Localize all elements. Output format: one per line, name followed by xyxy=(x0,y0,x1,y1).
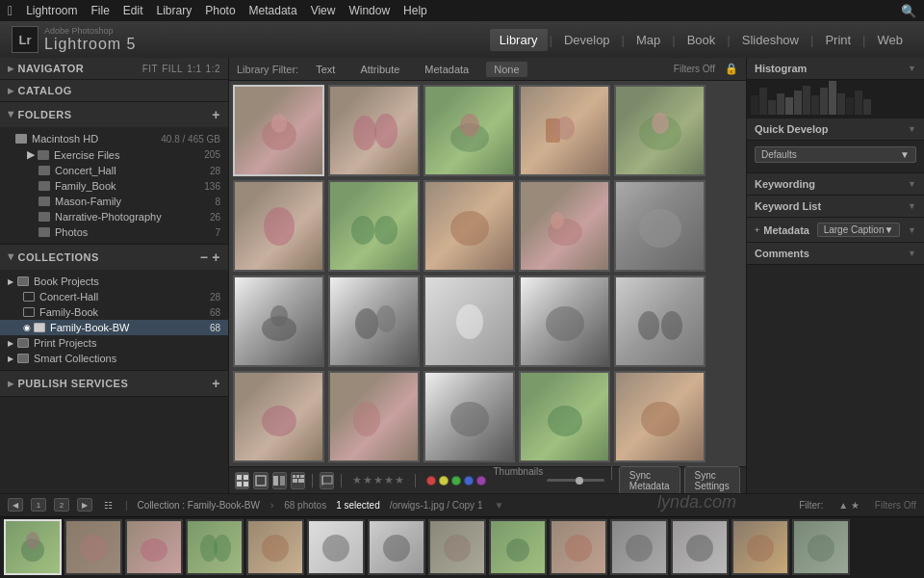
collection-book-projects-group[interactable]: ▶ Book Projects xyxy=(0,274,228,289)
filmstrip-thumb-9[interactable] xyxy=(489,519,547,575)
quick-develop-header[interactable]: Quick Develop ▼ xyxy=(747,118,924,141)
status-nav-prev[interactable]: ◀ xyxy=(8,498,23,512)
photo-thumb-15[interactable] xyxy=(614,276,706,367)
metadata-plus[interactable]: + xyxy=(755,225,759,235)
photo-thumb-2[interactable] xyxy=(328,85,420,176)
filter-lock-icon[interactable]: 🔒 xyxy=(725,63,738,75)
photo-thumb-3[interactable] xyxy=(424,85,515,176)
photo-thumb-13[interactable] xyxy=(424,276,515,367)
menu-lightroom[interactable]: Lightroom xyxy=(26,4,77,17)
fit-btn[interactable]: FIT xyxy=(142,64,159,74)
loupe-view-btn[interactable] xyxy=(253,472,268,489)
grid-view-btn[interactable] xyxy=(235,472,249,489)
menu-file[interactable]: File xyxy=(91,4,110,17)
photo-thumb-8[interactable] xyxy=(424,180,515,272)
red-label[interactable] xyxy=(426,476,436,486)
sync-settings-btn[interactable]: Sync Settings xyxy=(684,466,741,494)
menu-metadata[interactable]: Metadata xyxy=(249,4,297,17)
flags-btn[interactable] xyxy=(320,472,334,489)
filmstrip-thumb-8[interactable] xyxy=(428,519,486,575)
photo-thumb-18[interactable] xyxy=(424,371,515,462)
tab-web[interactable]: Web xyxy=(868,29,913,51)
filter-tab-attribute[interactable]: Attribute xyxy=(352,62,407,77)
comments-header[interactable]: Comments ▼ xyxy=(747,243,924,265)
green-label[interactable] xyxy=(451,476,461,486)
publish-header[interactable]: ▶ Publish Services + xyxy=(0,371,228,396)
filter-tab-metadata[interactable]: Metadata xyxy=(417,62,476,77)
navigator-header[interactable]: ▶ Navigator FIT FILL 1:1 1:2 xyxy=(0,58,228,79)
photo-thumb-17[interactable] xyxy=(328,371,420,462)
menu-help[interactable]: Help xyxy=(403,4,427,17)
photo-thumb-9[interactable] xyxy=(519,180,610,272)
photo-thumb-5[interactable] xyxy=(614,85,706,176)
tab-develop[interactable]: Develop xyxy=(554,29,620,51)
thumb-size-slider[interactable] xyxy=(547,479,604,482)
photo-thumb-1[interactable] xyxy=(233,85,324,176)
tab-library[interactable]: Library xyxy=(490,29,548,51)
collection-family-book-bw[interactable]: ◉ Family-Book-BW 68 xyxy=(0,320,228,335)
folder-narrative[interactable]: Narrative-Photography 26 xyxy=(0,209,228,224)
filter-tab-none[interactable]: None xyxy=(486,62,526,77)
folder-exercise[interactable]: ▶ Exercise Files 205 xyxy=(0,146,228,163)
photo-thumb-7[interactable] xyxy=(328,180,420,272)
1-1-btn[interactable]: 1:1 xyxy=(187,64,201,74)
metadata-preset-dropdown[interactable]: Large Caption ▼ xyxy=(817,223,901,237)
collection-family-book[interactable]: Family-Book 68 xyxy=(0,304,228,320)
fill-btn[interactable]: FILL xyxy=(162,64,183,74)
folders-add-btn[interactable]: + xyxy=(212,107,220,122)
tab-print[interactable]: Print xyxy=(815,29,860,51)
tab-book[interactable]: Book xyxy=(678,29,726,51)
photo-thumb-16[interactable] xyxy=(233,371,324,462)
menu-window[interactable]: Window xyxy=(348,4,390,17)
photo-thumb-4[interactable] xyxy=(519,85,610,176)
sync-metadata-btn[interactable]: Sync Metadata xyxy=(619,466,680,494)
filmstrip-thumb-6[interactable] xyxy=(307,519,365,575)
filmstrip-thumb-2[interactable] xyxy=(64,519,122,575)
filmstrip-thumb-1[interactable] xyxy=(4,519,62,575)
folders-header[interactable]: ▶ Folders + xyxy=(0,102,228,127)
thumb-slider-handle[interactable] xyxy=(576,477,583,485)
folder-concert[interactable]: Concert_Hall 28 xyxy=(0,163,228,178)
photo-thumb-14[interactable] xyxy=(519,276,610,367)
photo-thumb-20[interactable] xyxy=(614,371,706,462)
yellow-label[interactable] xyxy=(439,476,449,486)
status-nav-num-1[interactable]: 1 xyxy=(31,498,46,512)
tab-map[interactable]: Map xyxy=(627,29,670,51)
collection-print-projects[interactable]: ▶ Print Projects xyxy=(0,335,228,351)
filmstrip-thumb-13[interactable] xyxy=(732,519,789,575)
chevron-down-icon[interactable]: ▼ xyxy=(494,500,503,511)
status-grid-icon[interactable]: ☷ xyxy=(100,498,116,512)
star-2[interactable]: ★ xyxy=(363,474,372,486)
survey-view-btn[interactable] xyxy=(291,472,305,489)
photo-thumb-10[interactable] xyxy=(614,180,706,272)
folder-photos[interactable]: Photos 7 xyxy=(0,224,228,240)
filmstrip-thumb-11[interactable] xyxy=(610,519,668,575)
compare-view-btn[interactable] xyxy=(272,472,287,489)
filmstrip-thumb-7[interactable] xyxy=(368,519,425,575)
menu-photo[interactable]: Photo xyxy=(205,4,235,17)
folder-family-book[interactable]: Family_Book 136 xyxy=(0,178,228,194)
filmstrip-thumb-14[interactable] xyxy=(792,519,850,575)
collections-header[interactable]: ▶ Collections − + xyxy=(0,245,228,270)
folder-mason[interactable]: Mason-Family 8 xyxy=(0,194,228,209)
filmstrip-thumb-5[interactable] xyxy=(246,519,304,575)
filmstrip-thumb-3[interactable] xyxy=(125,519,183,575)
collections-add-btn[interactable]: + xyxy=(212,250,220,265)
1-2-btn[interactable]: 1:2 xyxy=(206,64,220,74)
apple-menu[interactable]:  xyxy=(8,3,13,18)
search-icon[interactable]: 🔍 xyxy=(901,4,916,18)
filmstrip-thumb-4[interactable] xyxy=(186,519,244,575)
star-5[interactable]: ★ xyxy=(395,474,404,486)
histogram-header[interactable]: Histogram ▼ xyxy=(747,58,924,80)
filmstrip-thumb-12[interactable] xyxy=(671,519,729,575)
menu-view[interactable]: View xyxy=(311,4,336,17)
keywording-header[interactable]: Keywording ▼ xyxy=(747,173,924,196)
keyword-list-header[interactable]: Keyword List ▼ xyxy=(747,196,924,218)
purple-label[interactable] xyxy=(476,476,486,486)
star-4[interactable]: ★ xyxy=(384,474,394,486)
blue-label[interactable] xyxy=(464,476,474,486)
photo-thumb-19[interactable] xyxy=(519,371,610,462)
photo-thumb-11[interactable] xyxy=(233,276,324,367)
collections-minus-btn[interactable]: − xyxy=(200,250,209,265)
photo-thumb-6[interactable] xyxy=(233,180,324,272)
